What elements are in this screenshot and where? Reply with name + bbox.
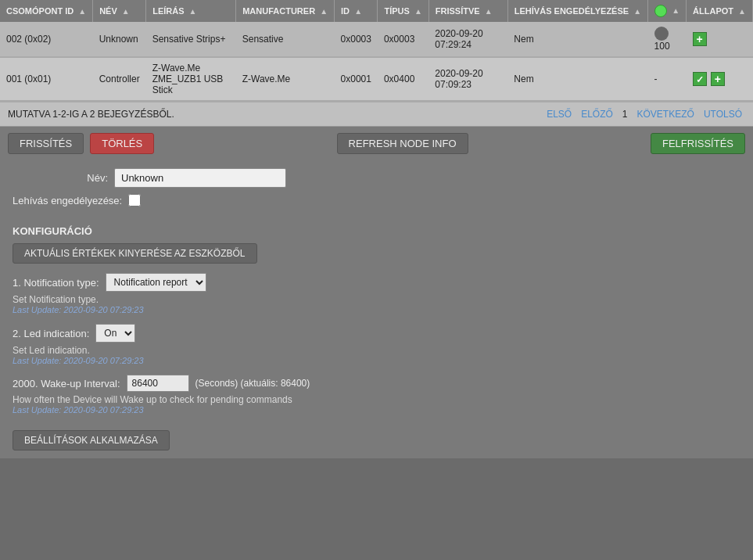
- config-update-1: Last Update: 2020-09-20 07:29:23: [13, 305, 740, 314]
- form-section: Név: Lehívás engedélyezése:: [0, 160, 753, 217]
- col-manufacturer[interactable]: MANUFACTURER ▲: [236, 0, 335, 22]
- table-row[interactable]: 001 (0x01) Controller Z-Wave.Me ZME_UZB1…: [0, 57, 753, 101]
- cell-call-auth: Nem: [507, 57, 647, 101]
- cell-status: ✓ +: [687, 57, 753, 101]
- config-desc-1: Set Notification type.: [13, 294, 740, 305]
- button-bar: FRISSÍTÉS TÖRLÉS REFRESH NODE INFO FELFR…: [0, 127, 753, 160]
- sort-arrow-dot: ▲: [672, 6, 679, 15]
- config-title: KONFIGURÁCIÓ: [13, 225, 740, 237]
- cell-type: 0x0400: [378, 57, 428, 101]
- pagination-page: 1: [619, 107, 631, 121]
- col-id[interactable]: ID ▲: [335, 0, 378, 22]
- config-row-2: 2. Led indication: On Off: [13, 324, 740, 343]
- config-label-2: 2. Led indication:: [13, 328, 89, 339]
- cell-percentage: 100: [648, 22, 687, 57]
- cell-percentage: -: [648, 57, 687, 101]
- config-label-1: 1. Notification type:: [13, 277, 99, 289]
- full-refresh-button[interactable]: FELFRISSÍTÉS: [651, 133, 745, 154]
- col-description[interactable]: LEÍRÁS ▲: [146, 0, 236, 22]
- cell-status: +: [687, 22, 753, 57]
- plus-icon[interactable]: +: [711, 72, 725, 86]
- col-dot: ▲: [648, 0, 687, 22]
- moon-icon: [654, 27, 669, 41]
- sort-arrow-manufacturer: ▲: [320, 7, 328, 16]
- refresh-button[interactable]: FRISSÍTÉS: [8, 133, 84, 154]
- pagination-row: MUTATVA 1-2-IG A 2 BEJEGYZÉSBŐL. ELSŐ EL…: [0, 102, 753, 127]
- sort-arrow-refreshed: ▲: [485, 7, 493, 16]
- table-header-row: CSOMÓPONT ID ▲ NÉV ▲ LEÍRÁS ▲ MANUFACTUR…: [0, 0, 753, 22]
- col-name[interactable]: NÉV ▲: [93, 0, 146, 22]
- config-desc-2: Set Led indication.: [13, 345, 740, 356]
- config-section: KONFIGURÁCIÓ AKTUÁLIS ÉRTÉKEK KINYERÉSE …: [0, 217, 753, 458]
- led-indication-select[interactable]: On Off: [95, 324, 135, 343]
- col-refreshed[interactable]: FRISSÍTVE ▲: [428, 0, 507, 22]
- cell-node-id: 002 (0x02): [0, 22, 93, 57]
- config-row-2000: 2000. Wake-up Interval: (Seconds) (aktuá…: [13, 375, 740, 392]
- wakeup-interval-input[interactable]: [127, 375, 189, 392]
- sort-arrow-id: ▲: [354, 7, 362, 16]
- cell-name: Controller: [93, 57, 146, 101]
- sort-arrow-status: ▲: [738, 7, 746, 16]
- name-label: Név:: [13, 172, 114, 184]
- col-type[interactable]: TÍPUS ▲: [378, 0, 428, 22]
- config-item-2000: 2000. Wake-up Interval: (Seconds) (aktuá…: [13, 375, 740, 415]
- check-icon[interactable]: ✓: [693, 72, 707, 86]
- config-update-2000: Last Update: 2020-09-20 07:29:23: [13, 405, 740, 415]
- cell-call-auth: Nem: [507, 22, 647, 57]
- call-auth-label: Lehívás engedélyezése:: [13, 195, 128, 206]
- cell-node-id: 001 (0x01): [0, 57, 93, 101]
- sort-arrow-description: ▲: [189, 7, 197, 16]
- plus-icon[interactable]: +: [693, 32, 707, 46]
- sort-arrow-name: ▲: [122, 7, 130, 16]
- config-update-2: Last Update: 2020-09-20 07:29:23: [13, 356, 740, 365]
- sort-arrow-type: ▲: [414, 7, 422, 16]
- cell-description: Z-Wave.Me ZME_UZB1 USB Stick: [146, 57, 236, 101]
- col-call-auth[interactable]: LEHÍVÁS ENGEDÉLYEZÉSE ▲: [507, 0, 647, 22]
- pagination-nav: ELSŐ ELŐZŐ 1 KÖVETKEZŐ UTOLSÓ: [543, 107, 745, 121]
- col-node-id[interactable]: CSOMÓPONT ID ▲: [0, 0, 93, 22]
- cell-refreshed: 2020-09-20 07:09:23: [428, 57, 507, 101]
- nodes-table: CSOMÓPONT ID ▲ NÉV ▲ LEÍRÁS ▲ MANUFACTUR…: [0, 0, 753, 102]
- sort-arrow-call-auth: ▲: [633, 7, 641, 16]
- config-desc-2000: How often the Device will Wake up to che…: [13, 394, 740, 405]
- call-auth-row: Lehívás engedélyezése:: [13, 194, 740, 206]
- config-row-1: 1. Notification type: Notification repor…: [13, 273, 740, 292]
- cell-id: 0x0001: [335, 57, 378, 101]
- table-row[interactable]: 002 (0x02) Unknown Sensative Strips+ Sen…: [0, 22, 753, 57]
- cell-refreshed: 2020-09-20 07:29:24: [428, 22, 507, 57]
- pagination-first[interactable]: ELSŐ: [543, 107, 575, 121]
- pagination-prev[interactable]: ELŐZŐ: [578, 107, 616, 121]
- name-row: Név:: [13, 168, 740, 188]
- pagination-info: MUTATVA 1-2-IG A 2 BEJEGYZÉSBŐL.: [8, 109, 174, 120]
- notification-type-select[interactable]: Notification report Binary report: [106, 273, 206, 292]
- cell-id: 0x0003: [335, 22, 378, 57]
- fetch-values-button[interactable]: AKTUÁLIS ÉRTÉKEK KINYERÉSE AZ ESZKÖZBŐL: [13, 243, 257, 264]
- cell-manufacturer: Z-Wave.Me: [236, 57, 335, 101]
- pagination-last[interactable]: UTOLSÓ: [701, 107, 745, 121]
- status-dot-header: [654, 5, 667, 17]
- name-input[interactable]: [114, 168, 286, 188]
- config-item-1: 1. Notification type: Notification repor…: [13, 273, 740, 314]
- cell-manufacturer: Sensative: [236, 22, 335, 57]
- cell-type: 0x0003: [378, 22, 428, 57]
- sort-arrow-node-id: ▲: [78, 7, 86, 16]
- delete-button[interactable]: TÖRLÉS: [90, 133, 154, 154]
- config-item-2: 2. Led indication: On Off Set Led indica…: [13, 324, 740, 365]
- config-label-2000: 2000. Wake-up Interval:: [13, 378, 120, 389]
- apply-settings-button[interactable]: BEÁLLÍTÁSOK ALKALMAZÁSA: [13, 430, 170, 451]
- cell-description: Sensative Strips+: [146, 22, 236, 57]
- pagination-next[interactable]: KÖVETKEZŐ: [634, 107, 697, 121]
- call-auth-checkbox[interactable]: [128, 194, 141, 206]
- refresh-node-button[interactable]: REFRESH NODE INFO: [337, 133, 468, 154]
- wakeup-extra-label: (Seconds) (aktuális: 86400): [195, 378, 310, 389]
- cell-name: Unknown: [93, 22, 146, 57]
- col-status[interactable]: ÁLLAPOT ▲: [687, 0, 753, 22]
- table-container: CSOMÓPONT ID ▲ NÉV ▲ LEÍRÁS ▲ MANUFACTUR…: [0, 0, 753, 102]
